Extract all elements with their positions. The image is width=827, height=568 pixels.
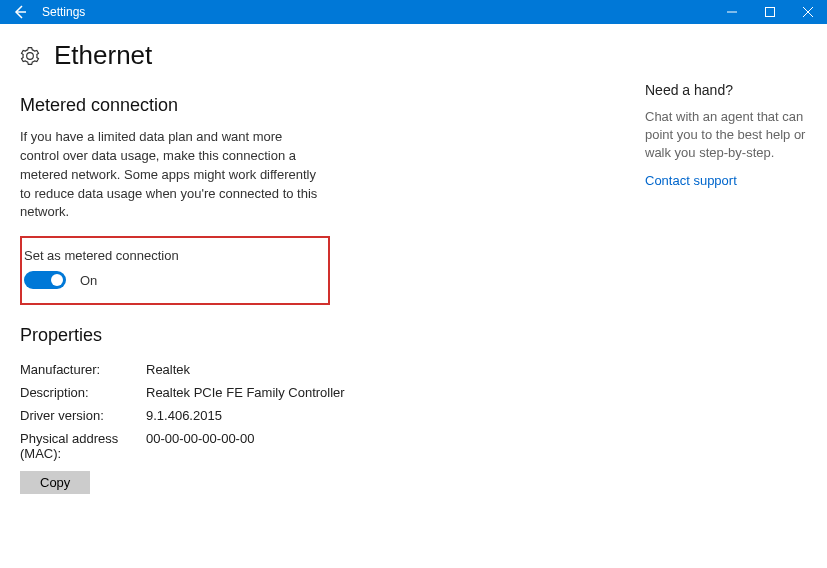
copy-button[interactable]: Copy [20, 471, 90, 494]
maximize-icon [765, 7, 775, 17]
minimize-icon [727, 7, 737, 17]
metered-section: Metered connection If you have a limited… [20, 95, 625, 305]
toggle-knob-icon [51, 274, 63, 286]
property-key: Manufacturer: [20, 362, 146, 377]
close-button[interactable] [789, 0, 827, 24]
window-title: Settings [40, 5, 85, 19]
property-key: Description: [20, 385, 146, 400]
metered-toggle-label: Set as metered connection [24, 248, 318, 263]
window-controls [713, 0, 827, 24]
property-key: Driver version: [20, 408, 146, 423]
page-title: Ethernet [54, 40, 152, 71]
property-value: 9.1.406.2015 [146, 408, 222, 423]
help-heading: Need a hand? [645, 82, 807, 98]
properties-heading: Properties [20, 325, 625, 346]
metered-description: If you have a limited data plan and want… [20, 128, 320, 222]
property-value: Realtek [146, 362, 190, 377]
metered-heading: Metered connection [20, 95, 625, 116]
metered-toggle-row: On [24, 271, 318, 289]
help-body: Chat with an agent that can point you to… [645, 108, 807, 163]
metered-highlight-box: Set as metered connection On [20, 236, 330, 305]
back-button[interactable] [0, 0, 40, 24]
properties-section: Properties Manufacturer: Realtek Descrip… [20, 325, 625, 494]
gear-icon [20, 46, 40, 66]
contact-support-link[interactable]: Contact support [645, 173, 807, 188]
property-row: Description: Realtek PCIe FE Family Cont… [20, 381, 625, 404]
page-header: Ethernet [20, 40, 625, 71]
property-row: Driver version: 9.1.406.2015 [20, 404, 625, 427]
metered-toggle-state: On [80, 273, 97, 288]
svg-rect-0 [766, 8, 775, 17]
maximize-button[interactable] [751, 0, 789, 24]
property-value: Realtek PCIe FE Family Controller [146, 385, 345, 400]
title-bar: Settings [0, 0, 827, 24]
back-arrow-icon [12, 4, 28, 20]
property-value: 00-00-00-00-00-00 [146, 431, 254, 461]
property-row: Manufacturer: Realtek [20, 358, 625, 381]
close-icon [803, 7, 813, 17]
property-key: Physical address (MAC): [20, 431, 146, 461]
help-column: Need a hand? Chat with an agent that can… [625, 34, 807, 494]
property-row: Physical address (MAC): 00-00-00-00-00-0… [20, 427, 625, 465]
metered-toggle[interactable] [24, 271, 66, 289]
main-column: Ethernet Metered connection If you have … [20, 34, 625, 494]
minimize-button[interactable] [713, 0, 751, 24]
page-body: Ethernet Metered connection If you have … [0, 24, 827, 514]
